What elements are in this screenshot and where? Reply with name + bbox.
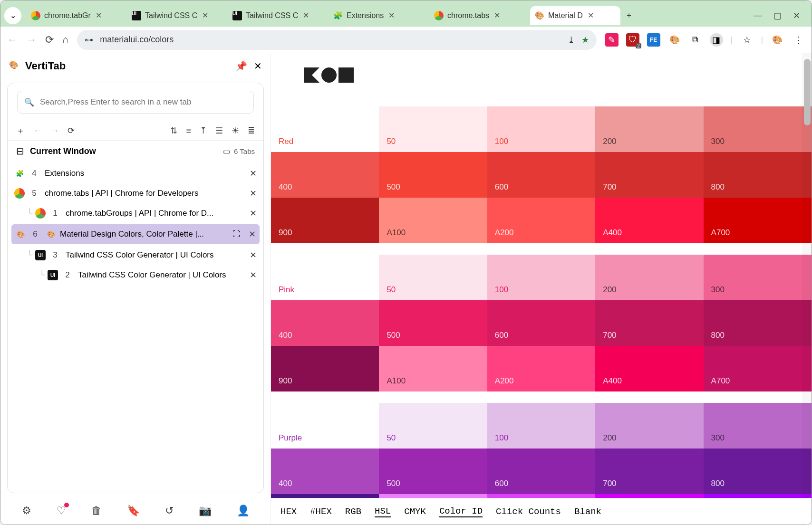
forward-button[interactable]: → xyxy=(26,34,37,46)
close-tab-icon[interactable]: ✕ xyxy=(494,11,500,20)
chrome-menu-icon[interactable]: ⋮ xyxy=(792,33,805,47)
install-app-icon[interactable]: ⤓ xyxy=(568,35,575,45)
forward-icon[interactable]: → xyxy=(50,126,59,136)
swatch[interactable]: A200 xyxy=(487,346,595,391)
swatch[interactable]: 400 xyxy=(271,449,379,494)
swatch[interactable]: 200 xyxy=(595,403,703,449)
trash-icon[interactable]: 🗑 xyxy=(91,505,102,517)
swatch[interactable]: A400 xyxy=(595,198,703,243)
swatch[interactable]: 200 xyxy=(595,106,703,152)
ext-icon-1[interactable]: ✎ xyxy=(605,33,619,47)
tab-row[interactable]: └UI3Tailwind CSS Color Generator | UI Co… xyxy=(8,245,263,265)
swatch[interactable]: A700 xyxy=(704,346,812,391)
format-option[interactable]: #HEX xyxy=(310,506,332,517)
density-icon[interactable]: ≡ xyxy=(186,126,191,136)
swatch[interactable]: 600 xyxy=(487,300,595,346)
minimize-button[interactable]: — xyxy=(754,10,762,21)
sort-icon[interactable]: ⇅ xyxy=(170,125,177,136)
browser-tab[interactable]: UITailwind CSS C✕ xyxy=(127,6,227,25)
format-option[interactable]: HEX xyxy=(280,506,297,517)
list-icon[interactable]: ☰ xyxy=(215,125,223,136)
swatch[interactable]: 600 xyxy=(487,152,595,198)
profile-icon[interactable]: 👤 xyxy=(237,505,250,517)
close-tab-icon[interactable]: ✕ xyxy=(202,11,208,20)
search-input[interactable]: 🔍 Search,Press Enter to search in a new … xyxy=(17,91,254,114)
swatch[interactable]: 900 xyxy=(271,494,379,498)
ext-icon-ublock[interactable]: 🛡2 xyxy=(626,33,639,47)
format-option[interactable]: RGB xyxy=(345,506,361,517)
swatch[interactable]: 900 xyxy=(271,198,379,243)
close-tab-icon[interactable]: ✕ xyxy=(96,11,102,20)
swatch[interactable]: 200 xyxy=(595,255,703,300)
align-icon[interactable]: ⤒ xyxy=(200,125,207,136)
bookmark-star-icon[interactable]: ★ xyxy=(581,35,589,45)
mui-logo[interactable] xyxy=(304,67,778,83)
format-option[interactable]: Color ID xyxy=(439,506,483,517)
theme-icon[interactable]: ☀ xyxy=(232,125,239,136)
window-header[interactable]: ⊟ Current Window ▭ 6 Tabs xyxy=(8,140,263,162)
swatch[interactable]: 700 xyxy=(595,300,703,346)
browser-tab[interactable]: chrome.tabs✕ xyxy=(429,6,529,25)
swatch[interactable]: 300 xyxy=(704,403,812,449)
swatch[interactable]: 50 xyxy=(379,106,487,152)
swatch[interactable]: A100 xyxy=(379,346,487,391)
swatch[interactable]: 500 xyxy=(379,300,487,346)
tab-row[interactable]: 🎨6🎨Material Design Colors, Color Palette… xyxy=(11,224,260,244)
close-tab-icon[interactable]: ✕ xyxy=(250,250,257,260)
close-tab-icon[interactable]: ✕ xyxy=(303,11,309,20)
reload-button[interactable]: ⟳ xyxy=(45,34,54,46)
extensions-puzzle-icon[interactable]: ⧉ xyxy=(689,33,702,47)
fullscreen-icon[interactable]: ⛶ xyxy=(232,230,240,239)
home-button[interactable]: ⌂ xyxy=(62,34,68,46)
swatch[interactable]: 100 xyxy=(487,403,595,449)
back-icon[interactable]: ← xyxy=(33,126,42,136)
back-button[interactable]: ← xyxy=(7,34,18,46)
browser-tab[interactable]: 🧩Extensions✕ xyxy=(329,6,428,25)
browser-tab[interactable]: UITailwind CSS C✕ xyxy=(228,6,328,25)
close-tab-icon[interactable]: ✕ xyxy=(388,11,395,20)
close-tab-icon[interactable]: ✕ xyxy=(588,11,594,20)
swatch[interactable]: A200 xyxy=(487,494,595,498)
format-option[interactable]: Blank xyxy=(574,506,601,517)
swatch[interactable]: A100 xyxy=(379,198,487,243)
address-bar[interactable]: ⊶ materialui.co/colors ⤓ ★ xyxy=(77,30,596,50)
swatch[interactable]: 500 xyxy=(379,152,487,198)
swatch[interactable]: 900 xyxy=(271,346,379,391)
close-tab-icon[interactable]: ✕ xyxy=(249,229,256,239)
swatch[interactable]: A700 xyxy=(704,494,812,498)
swatch[interactable]: 400 xyxy=(271,300,379,346)
swatch[interactable]: 50 xyxy=(379,403,487,449)
swatch[interactable]: 300 xyxy=(704,255,812,300)
format-option[interactable]: CMYK xyxy=(404,506,426,517)
close-tab-icon[interactable]: ✕ xyxy=(250,168,257,179)
bookmark-outline-icon[interactable]: ☆ xyxy=(740,33,754,47)
more-icon[interactable]: ≣ xyxy=(248,125,255,136)
screenshot-icon[interactable]: 📷 xyxy=(199,505,212,517)
scrollbar-thumb[interactable] xyxy=(804,59,811,125)
tab-row[interactable]: 5chrome.tabs | API | Chrome for Develope… xyxy=(8,183,263,203)
tab-row[interactable]: 🧩4Extensions✕ xyxy=(8,163,263,183)
swatch[interactable]: 800 xyxy=(704,449,812,494)
pin-icon[interactable]: 📌 xyxy=(235,60,247,72)
bookmark-icon[interactable]: 🔖 xyxy=(127,505,140,517)
new-tab-button[interactable]: ＋ xyxy=(621,6,637,25)
settings-icon[interactable]: ⚙ xyxy=(22,505,31,517)
swatch[interactable]: 100 xyxy=(487,106,595,152)
swatch[interactable]: A200 xyxy=(487,198,595,243)
format-option[interactable]: Click Counts xyxy=(496,506,561,517)
add-tab-icon[interactable]: ＋ xyxy=(16,125,25,136)
swatch[interactable]: 400 xyxy=(271,152,379,198)
swatch[interactable]: A400 xyxy=(595,494,703,498)
swatch[interactable]: 700 xyxy=(595,152,703,198)
browser-tab[interactable]: chrome.tabGr✕ xyxy=(26,6,126,25)
site-info-icon[interactable]: ⊶ xyxy=(85,35,93,45)
close-window-button[interactable]: ✕ xyxy=(793,10,800,21)
close-tab-icon[interactable]: ✕ xyxy=(250,208,257,219)
swatch[interactable]: 50 xyxy=(379,255,487,300)
browser-tab[interactable]: 🎨Material D✕ xyxy=(530,6,620,25)
swatch[interactable]: A100 xyxy=(379,494,487,498)
swatch[interactable]: 800 xyxy=(704,300,812,346)
close-tab-icon[interactable]: ✕ xyxy=(250,188,257,199)
swatch[interactable]: 700 xyxy=(595,449,703,494)
history-icon[interactable]: ↺ xyxy=(165,505,174,517)
